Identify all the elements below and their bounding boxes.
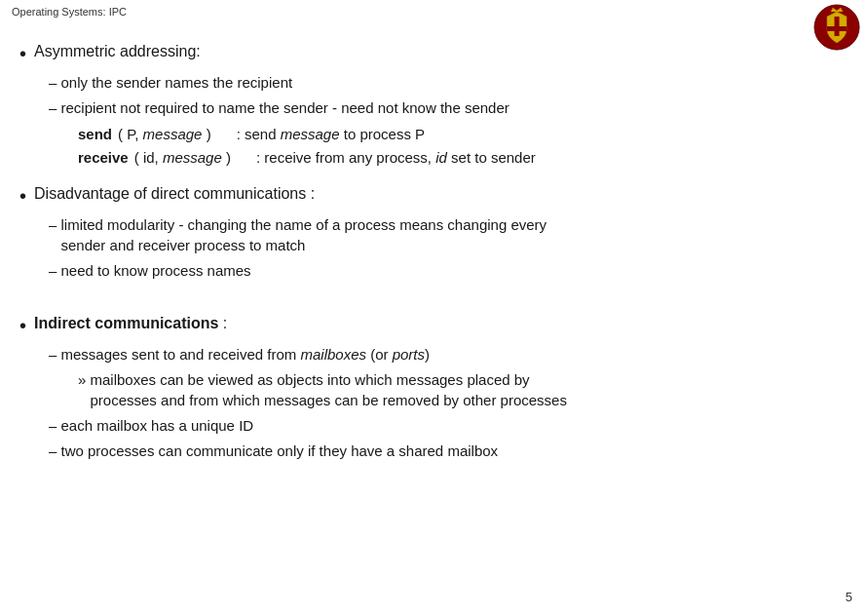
indirect-sub-1: – messages sent to and received from mai…	[49, 344, 849, 365]
header-title: Operating Systems: IPC	[12, 6, 127, 18]
slide-header: Operating Systems: IPC	[12, 6, 127, 18]
bullet-asymmetric: • Asymmetric addressing:	[19, 41, 849, 66]
disadvantage-sub-1: – limited modularity - changing the name…	[49, 214, 849, 257]
slide-content: • Asymmetric addressing: – only the send…	[19, 41, 849, 595]
disadvantage-sub-2: – need to know process names	[49, 260, 849, 282]
section-indirect: • Indirect communications : – messages s…	[19, 313, 849, 462]
bullet-dot-3: •	[19, 313, 26, 338]
bullet-indirect: • Indirect communications :	[19, 313, 849, 338]
indirect-sub-sub-1: » mailboxes can be viewed as objects int…	[78, 369, 849, 412]
section-disadvantage: • Disadvantage of direct communications …	[19, 183, 849, 282]
send-comment: : send message to process P	[237, 123, 425, 146]
bullet-dot-2: •	[19, 183, 26, 209]
asymmetric-title: Asymmetric addressing:	[34, 41, 201, 62]
receive-keyword: receive	[78, 146, 129, 170]
disadvantage-title: Disadvantage of direct communications :	[34, 183, 315, 205]
indirect-title: Indirect communications :	[34, 313, 227, 334]
receive-params: ( id, message )	[134, 146, 231, 170]
asymmetric-sub-1: – only the sender names the recipient	[49, 72, 849, 94]
send-keyword: send	[78, 123, 112, 146]
bullet-disadvantage: • Disadvantage of direct communications …	[19, 183, 849, 209]
bullet-dot-1: •	[19, 41, 26, 66]
indirect-sub-2: – each mailbox has a unique ID	[49, 415, 849, 437]
asymmetric-sub-2: – recipient not required to name the sen…	[49, 97, 849, 119]
page-number: 5	[846, 590, 852, 604]
receive-comment: : receive from any process, id set to se…	[256, 146, 536, 170]
code-receive: receive ( id, message ) : receive from a…	[78, 146, 849, 170]
code-send: send ( P, message ) : send message to pr…	[78, 123, 849, 146]
svg-rect-2	[827, 26, 847, 31]
section-asymmetric: • Asymmetric addressing: – only the send…	[19, 41, 849, 170]
indirect-sub-3: – two processes can communicate only if …	[49, 441, 849, 462]
send-params: ( P, message )	[118, 123, 211, 146]
code-block: send ( P, message ) : send message to pr…	[78, 123, 849, 170]
